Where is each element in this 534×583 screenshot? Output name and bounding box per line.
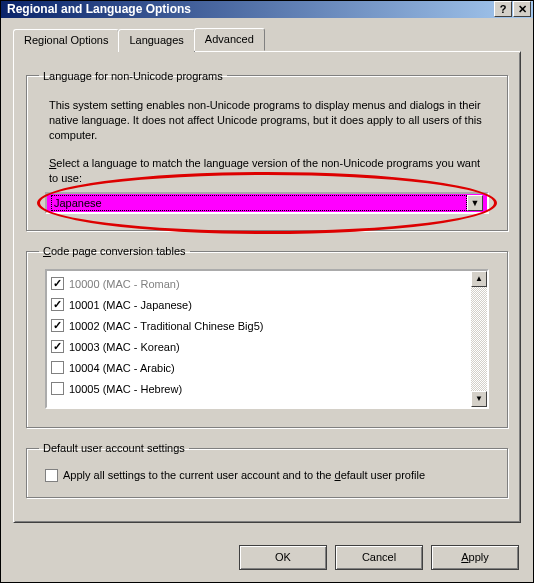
list-item[interactable]: 10001 (MAC - Japanese)	[51, 294, 467, 315]
group-non-unicode-legend: Language for non-Unicode programs	[39, 70, 227, 82]
window-title: Regional and Language Options	[7, 2, 494, 16]
list-item-label: 10003 (MAC - Korean)	[69, 341, 180, 353]
checkbox[interactable]	[51, 382, 64, 395]
cancel-button[interactable]: Cancel	[335, 545, 423, 570]
scrollbar[interactable]: ▲ ▼	[471, 271, 487, 407]
help-button[interactable]: ?	[494, 1, 512, 17]
group-code-page: Code page conversion tables 10000 (MAC -…	[26, 245, 508, 428]
language-dropdown[interactable]: Japanese ▼	[45, 192, 489, 214]
language-dropdown-value: Japanese	[51, 195, 467, 211]
select-language-prompt: Select a language to match the language …	[49, 156, 485, 186]
checkbox[interactable]	[51, 361, 64, 374]
checkbox[interactable]	[51, 340, 64, 353]
list-item[interactable]: 10000 (MAC - Roman)	[51, 273, 467, 294]
scroll-down-icon[interactable]: ▼	[471, 391, 487, 407]
group-code-page-legend: Code page conversion tables	[39, 245, 190, 257]
tab-advanced[interactable]: Advanced	[194, 28, 265, 51]
checkbox[interactable]	[51, 298, 64, 311]
dialog-buttons: OK Cancel Apply	[1, 535, 533, 582]
code-page-listbox[interactable]: 10000 (MAC - Roman)10001 (MAC - Japanese…	[45, 269, 489, 409]
dialog-window: Regional and Language Options ? ✕ Region…	[0, 0, 534, 583]
group-default-user-legend: Default user account settings	[39, 442, 189, 454]
non-unicode-description: This system setting enables non-Unicode …	[49, 98, 485, 143]
list-item-label: 10002 (MAC - Traditional Chinese Big5)	[69, 320, 263, 332]
list-item[interactable]: 10002 (MAC - Traditional Chinese Big5)	[51, 315, 467, 336]
tab-strip: Regional Options Languages Advanced	[13, 28, 521, 51]
titlebar: Regional and Language Options ? ✕	[1, 1, 533, 18]
apply-default-checkbox[interactable]	[45, 469, 58, 482]
ok-button[interactable]: OK	[239, 545, 327, 570]
list-item-label: 10005 (MAC - Hebrew)	[69, 383, 182, 395]
tab-languages[interactable]: Languages	[118, 29, 194, 52]
scroll-up-icon[interactable]: ▲	[471, 271, 487, 287]
checkbox[interactable]	[51, 319, 64, 332]
group-default-user: Default user account settings Apply all …	[26, 442, 508, 498]
list-item-label: 10000 (MAC - Roman)	[69, 278, 180, 290]
content-area: Regional Options Languages Advanced Lang…	[1, 18, 533, 535]
apply-default-label: Apply all settings to the current user a…	[63, 468, 425, 483]
apply-button[interactable]: Apply	[431, 545, 519, 570]
tab-panel: Language for non-Unicode programs This s…	[13, 51, 521, 523]
list-item[interactable]: 10005 (MAC - Hebrew)	[51, 378, 467, 399]
scroll-track[interactable]	[471, 287, 487, 391]
list-item[interactable]: 10003 (MAC - Korean)	[51, 336, 467, 357]
close-button[interactable]: ✕	[513, 1, 531, 17]
chevron-down-icon[interactable]: ▼	[467, 195, 483, 211]
list-item-label: 10001 (MAC - Japanese)	[69, 299, 192, 311]
checkbox[interactable]	[51, 277, 64, 290]
tab-regional-options[interactable]: Regional Options	[13, 29, 119, 52]
list-item[interactable]: 10004 (MAC - Arabic)	[51, 357, 467, 378]
list-item-label: 10004 (MAC - Arabic)	[69, 362, 175, 374]
group-non-unicode: Language for non-Unicode programs This s…	[26, 70, 508, 231]
